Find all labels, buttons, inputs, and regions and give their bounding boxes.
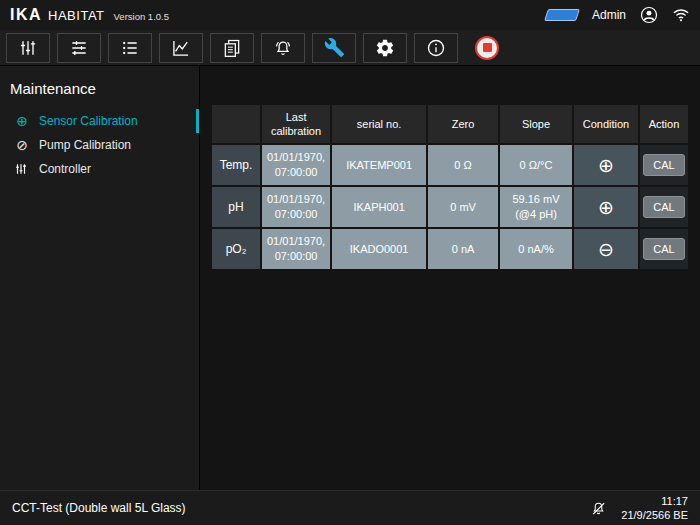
- process-tune-icon: [69, 38, 89, 58]
- info-button[interactable]: [414, 33, 458, 63]
- vessel-name: CCT-Test (Double wall 5L Glass): [12, 501, 186, 515]
- trend-chart-button[interactable]: [159, 33, 203, 63]
- column-header: Last calibration: [262, 105, 330, 143]
- serial-cell: IKAPH001: [332, 187, 426, 227]
- column-header: [212, 105, 260, 143]
- slope-cell: 0 nA/%: [500, 229, 572, 269]
- process-tune-button[interactable]: [57, 33, 101, 63]
- column-header: Zero: [428, 105, 498, 143]
- table-row-ph: pH 01/01/1970, 07:00:00 IKAPH001 0 mV 59…: [212, 187, 688, 227]
- last-calibration-cell: 01/01/1970, 07:00:00: [262, 145, 330, 185]
- sensor-target-icon: ⊕: [14, 114, 30, 128]
- zero-cell: 0 mV: [428, 187, 498, 227]
- wrench-icon: [324, 37, 345, 58]
- main-toolbar: [0, 30, 700, 66]
- cal-button-po2[interactable]: CAL: [643, 238, 684, 260]
- sidebar-item-sensor-calibration[interactable]: ⊕ Sensor Calibration: [0, 109, 199, 133]
- ika-logo: IKA: [10, 6, 42, 24]
- condition-cell: ⊕: [574, 145, 638, 185]
- pump-slash-circle-icon: ⊘: [14, 138, 30, 152]
- last-calibration-cell: 01/01/1970, 07:00:00: [262, 187, 330, 227]
- controller-sliders-icon: [14, 162, 30, 176]
- action-cell: CAL: [640, 229, 688, 269]
- app-version: Version 1.0.5: [114, 11, 169, 22]
- slope-cell: 0 Ω/°C: [500, 145, 572, 185]
- wifi-icon: [672, 6, 690, 24]
- sidebar-item-controller[interactable]: Controller: [0, 157, 199, 181]
- settings-button[interactable]: [363, 33, 407, 63]
- cal-button-temp[interactable]: CAL: [643, 154, 684, 176]
- probe-levels-button[interactable]: [6, 33, 50, 63]
- app-name: HABITAT: [48, 8, 104, 23]
- sidebar-item-label: Sensor Calibration: [39, 114, 138, 128]
- condition-cell: ⊕: [574, 187, 638, 227]
- table-row-temp: Temp. 01/01/1970, 07:00:00 IKATEMP001 0 …: [212, 145, 688, 185]
- header-bar: IKA HABITAT Version 1.0.5 Admin: [0, 0, 700, 30]
- table-header-row: Last calibration serial no. Zero Slope C…: [212, 105, 688, 143]
- main-panel: Last calibration serial no. Zero Slope C…: [200, 66, 700, 490]
- record-stop-button[interactable]: [465, 33, 509, 63]
- battery-icon: [544, 9, 580, 21]
- zero-cell: 0 nA: [428, 229, 498, 269]
- slope-cell: 59.16 mV (@4 pH): [500, 187, 572, 227]
- reports-button[interactable]: [210, 33, 254, 63]
- clock: 11:17 21/9/2566 BE: [621, 494, 688, 523]
- condition-minus-icon: ⊖: [598, 238, 614, 260]
- list-icon: [120, 38, 140, 58]
- maintenance-button[interactable]: [312, 33, 356, 63]
- info-icon: [426, 38, 446, 58]
- status-bar: CCT-Test (Double wall 5L Glass) 11:17 21…: [0, 490, 700, 525]
- app-window: IKA HABITAT Version 1.0.5 Admin: [0, 0, 700, 525]
- record-stop-icon: [475, 36, 499, 60]
- time-text: 11:17: [621, 494, 688, 508]
- last-calibration-cell: 01/01/1970, 07:00:00: [262, 229, 330, 269]
- alarm-bell-icon: [273, 38, 293, 58]
- date-text: 21/9/2566 BE: [621, 508, 688, 522]
- condition-plus-icon: ⊕: [598, 154, 614, 176]
- alarms-button[interactable]: [261, 33, 305, 63]
- sidebar-item-label: Controller: [39, 162, 91, 176]
- serial-cell: IKADO0001: [332, 229, 426, 269]
- alarm-muted-icon[interactable]: [590, 500, 607, 517]
- column-header: Condition: [574, 105, 638, 143]
- reports-icon: [222, 38, 242, 58]
- sidebar-title: Maintenance: [0, 72, 199, 109]
- sidebar: Maintenance ⊕ Sensor Calibration ⊘ Pump …: [0, 66, 200, 490]
- probe-levels-icon: [18, 38, 38, 58]
- column-header: Action: [640, 105, 688, 143]
- table-row-po2: pO₂ 01/01/1970, 07:00:00 IKADO0001 0 nA …: [212, 229, 688, 269]
- user-avatar-icon[interactable]: [640, 6, 658, 24]
- sidebar-item-pump-calibration[interactable]: ⊘ Pump Calibration: [0, 133, 199, 157]
- zero-cell: 0 Ω: [428, 145, 498, 185]
- row-label: Temp.: [212, 145, 260, 185]
- action-cell: CAL: [640, 145, 688, 185]
- row-label: pO₂: [212, 229, 260, 269]
- action-cell: CAL: [640, 187, 688, 227]
- row-label: pH: [212, 187, 260, 227]
- gear-icon: [375, 38, 395, 58]
- serial-cell: IKATEMP001: [332, 145, 426, 185]
- cal-button-ph[interactable]: CAL: [643, 196, 684, 218]
- column-header: Slope: [500, 105, 572, 143]
- sidebar-item-label: Pump Calibration: [39, 138, 131, 152]
- user-name: Admin: [592, 8, 626, 22]
- condition-cell: ⊖: [574, 229, 638, 269]
- column-header: serial no.: [332, 105, 426, 143]
- condition-plus-icon: ⊕: [598, 196, 614, 218]
- calibration-table: Last calibration serial no. Zero Slope C…: [210, 103, 690, 271]
- trend-chart-icon: [171, 38, 191, 58]
- list-button[interactable]: [108, 33, 152, 63]
